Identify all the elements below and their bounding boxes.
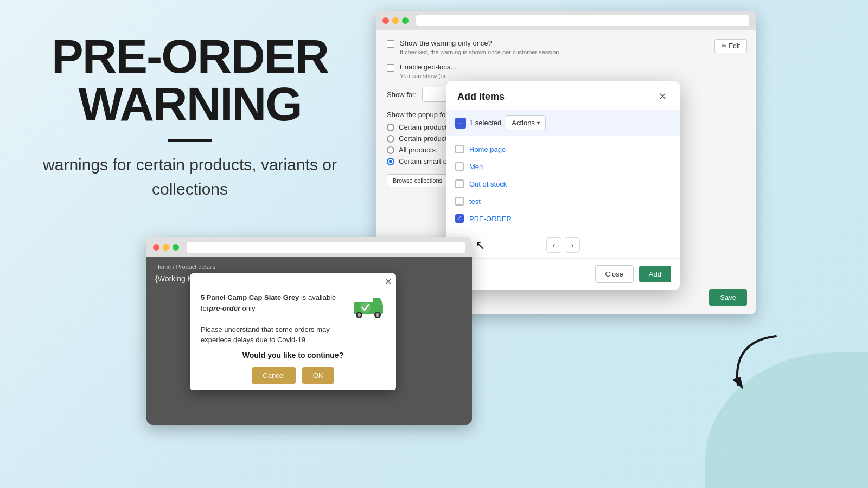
item-checkbox-test[interactable] — [455, 197, 464, 206]
storefront-titlebar — [146, 237, 472, 257]
main-title-line1: PRE-ORDER — [22, 33, 358, 80]
list-item: PRE-ORDER — [446, 210, 680, 227]
pagination-next-button[interactable]: › — [565, 237, 580, 253]
dot-yellow[interactable] — [392, 17, 399, 24]
preorder-em: pre-order — [209, 304, 240, 312]
radio-certain-products-input[interactable] — [387, 124, 394, 131]
sf-modal-top: 5 Panel Camp Cap Slate Grey is available… — [201, 292, 385, 345]
item-link-out-of-stock[interactable]: Out of stock — [469, 180, 507, 188]
selected-count-label: 1 selected — [469, 119, 501, 127]
item-link-test[interactable]: test — [469, 197, 481, 206]
subtitle-text: warnings for certain products, variants … — [22, 152, 358, 201]
ok-button[interactable]: OK — [302, 367, 334, 384]
modal-header: Add items ✕ — [446, 81, 680, 110]
modal-toolbar: 1 selected Actions ▾ — [446, 110, 680, 136]
modal-close-button[interactable]: ✕ — [656, 90, 669, 103]
dot-red[interactable] — [382, 17, 389, 24]
checkbox-geo-input[interactable] — [387, 64, 394, 72]
product-name-bold: 5 Panel Camp Cap Slate Grey — [201, 293, 299, 301]
modal-add-button[interactable]: Add — [639, 266, 671, 282]
sf-dot-green[interactable] — [173, 244, 179, 251]
arrow-icon — [722, 325, 792, 401]
checkbox-warning-once-label: Show the warning only once? — [400, 39, 559, 47]
only-text: only — [242, 304, 256, 312]
sf-modal-close-button[interactable]: ✕ — [385, 277, 392, 287]
svg-marker-0 — [732, 377, 743, 389]
truck-icon — [353, 292, 385, 322]
main-title-line2: WARNING — [22, 80, 358, 128]
sf-modal-header: ✕ — [190, 273, 396, 290]
browse-collections-button[interactable]: Browse collections — [387, 174, 448, 187]
dot-green[interactable] — [402, 17, 409, 24]
chevron-down-icon: ▾ — [537, 120, 540, 126]
item-checkbox-preorder[interactable] — [455, 214, 464, 223]
actions-button[interactable]: Actions ▾ — [506, 115, 546, 130]
pagination-prev-button[interactable]: ‹ — [546, 237, 561, 253]
list-item: Out of stock — [446, 175, 680, 192]
divider — [168, 139, 212, 142]
continue-question: Would you like to continue? — [201, 351, 385, 359]
svg-point-5 — [358, 313, 361, 317]
selected-icon — [455, 118, 466, 129]
list-item: test — [446, 192, 680, 210]
storefront-content: Home / Product details {Working Hours Wa… — [146, 257, 472, 425]
modal-items-list: Home page Men Out of stock test PRE-ORDE… — [446, 136, 680, 232]
sf-dot-red[interactable] — [153, 244, 159, 251]
warning-text: Please understand that some orders may e… — [201, 325, 330, 344]
item-link-preorder[interactable]: PRE-ORDER — [469, 215, 512, 223]
sf-dot-yellow[interactable] — [163, 244, 169, 251]
list-item: Men — [446, 158, 680, 175]
actions-label: Actions — [512, 119, 535, 127]
modal-close-footer-button[interactable]: Close — [595, 265, 634, 283]
breadcrumb: Home / Product details — [155, 264, 463, 270]
modal-footer: Close Add — [446, 258, 680, 290]
checkbox-warning-once: Show the warning only once? If checked, … — [387, 39, 745, 55]
storefront-browser-window: Home / Product details {Working Hours Wa… — [146, 237, 472, 425]
left-content: PRE-ORDER WARNING warnings for certain p… — [22, 33, 358, 201]
modal-pagination: ‹ › — [446, 232, 680, 258]
item-link-homepage[interactable]: Home page — [469, 145, 506, 153]
svg-marker-3 — [373, 298, 383, 304]
modal-title: Add items — [457, 91, 505, 102]
preorder-warning-modal: ✕ 5 Panel Camp Cap Slate Grey is availab… — [190, 273, 396, 390]
list-item: Home page — [446, 140, 680, 158]
checkbox-warning-once-input[interactable] — [387, 40, 394, 48]
item-checkbox-men[interactable] — [455, 162, 464, 171]
item-checkbox-out-of-stock[interactable] — [455, 179, 464, 188]
sf-address-bar[interactable] — [187, 242, 465, 253]
sf-modal-body: 5 Panel Camp Cap Slate Grey is available… — [190, 290, 396, 390]
show-for-label: Show for: — [387, 91, 417, 99]
svg-point-7 — [376, 313, 379, 317]
save-button[interactable]: Save — [709, 289, 747, 306]
edit-button[interactable]: ✏ Edit — [714, 39, 747, 53]
add-items-modal: Add items ✕ 1 selected Actions ▾ Home pa… — [446, 81, 680, 290]
checkbox-warning-once-sublabel: If checked, the warning is shown once pe… — [400, 49, 559, 55]
selected-indicator: 1 selected — [455, 118, 501, 129]
radio-smart-collections-input[interactable] — [387, 158, 394, 165]
radio-all-products-label: All products — [399, 146, 436, 154]
item-checkbox-homepage[interactable] — [455, 145, 464, 153]
radio-certain-variants-input[interactable] — [387, 135, 394, 143]
sf-modal-buttons: Cancel OK — [201, 367, 385, 384]
sf-modal-product-text: 5 Panel Camp Cap Slate Grey is available… — [201, 292, 346, 345]
browser-titlebar — [376, 11, 756, 30]
radio-all-products-input[interactable] — [387, 146, 394, 154]
checkbox-geo-label: Enable geo-loca... — [400, 63, 457, 71]
checkbox-geo: Enable geo-loca... You can show (or... — [387, 63, 745, 79]
address-bar[interactable] — [416, 15, 749, 26]
cancel-button[interactable]: Cancel — [252, 367, 295, 384]
checkbox-geo-sublabel: You can show (or... — [400, 73, 457, 79]
item-link-men[interactable]: Men — [469, 163, 483, 171]
